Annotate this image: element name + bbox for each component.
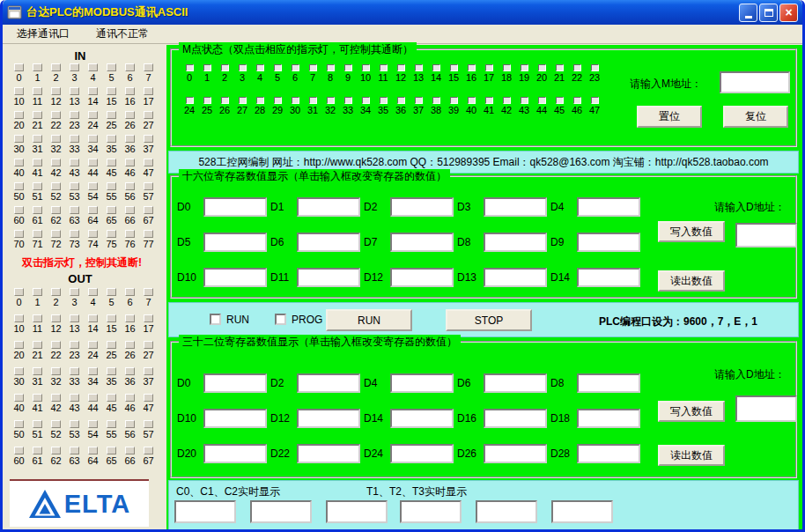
- indicator-light[interactable]: [33, 63, 42, 71]
- indicator-cell[interactable]: 20: [533, 64, 550, 97]
- indicator-light[interactable]: [432, 97, 440, 104]
- indicator-light[interactable]: [538, 97, 546, 104]
- indicator-cell[interactable]: 65: [102, 447, 121, 473]
- indicator-light[interactable]: [70, 420, 79, 428]
- register-value-input[interactable]: [390, 233, 454, 252]
- register-value-input[interactable]: [297, 373, 360, 393]
- indicator-light[interactable]: [51, 420, 61, 428]
- indicator-light[interactable]: [70, 206, 79, 214]
- register-value-input[interactable]: [484, 373, 547, 393]
- indicator-light[interactable]: [125, 159, 135, 166]
- indicator-light[interactable]: [51, 182, 61, 190]
- indicator-light[interactable]: [14, 135, 24, 143]
- indicator-light[interactable]: [485, 97, 493, 104]
- indicator-light[interactable]: [70, 159, 79, 166]
- indicator-light[interactable]: [125, 341, 135, 349]
- indicator-cell[interactable]: 44: [84, 159, 102, 182]
- indicator-light[interactable]: [415, 64, 423, 71]
- indicator-cell[interactable]: 31: [28, 367, 47, 394]
- indicator-cell[interactable]: 20: [10, 341, 28, 367]
- indicator-cell[interactable]: 71: [28, 230, 47, 254]
- indicator-light[interactable]: [327, 97, 335, 104]
- indicator-light[interactable]: [51, 87, 61, 95]
- indicator-cell[interactable]: 73: [65, 230, 84, 254]
- indicator-cell[interactable]: 34: [84, 135, 102, 159]
- timer-display[interactable]: [476, 500, 537, 523]
- indicator-cell[interactable]: 26: [121, 111, 139, 135]
- indicator-cell[interactable]: 37: [410, 97, 427, 129]
- indicator-light[interactable]: [144, 394, 153, 402]
- register-value-input[interactable]: [203, 197, 267, 217]
- reg32-write-button[interactable]: 写入数值: [658, 401, 725, 422]
- register-value-input[interactable]: [484, 233, 547, 252]
- indicator-light[interactable]: [51, 63, 61, 71]
- indicator-cell[interactable]: 43: [65, 159, 84, 182]
- indicator-light[interactable]: [468, 97, 476, 104]
- register-value-input[interactable]: [297, 233, 360, 252]
- indicator-cell[interactable]: 11: [28, 314, 47, 341]
- indicator-cell[interactable]: 36: [121, 367, 139, 394]
- indicator-cell[interactable]: 13: [410, 64, 427, 97]
- indicator-cell[interactable]: 26: [121, 341, 139, 367]
- indicator-light[interactable]: [362, 97, 370, 104]
- indicator-cell[interactable]: 77: [139, 230, 158, 254]
- indicator-light[interactable]: [88, 394, 98, 402]
- indicator-light[interactable]: [125, 135, 135, 143]
- indicator-cell[interactable]: 50: [10, 182, 28, 206]
- indicator-light[interactable]: [14, 63, 24, 71]
- indicator-light[interactable]: [70, 447, 79, 454]
- indicator-light[interactable]: [51, 288, 61, 296]
- indicator-light[interactable]: [556, 97, 564, 104]
- indicator-light[interactable]: [125, 288, 135, 296]
- indicator-cell[interactable]: 43: [65, 394, 84, 420]
- indicator-cell[interactable]: 10: [357, 64, 374, 97]
- indicator-cell[interactable]: 33: [339, 97, 357, 129]
- menu-item-select-comm-port[interactable]: 选择通讯口: [10, 25, 77, 43]
- indicator-cell[interactable]: 23: [65, 341, 84, 367]
- indicator-light[interactable]: [274, 97, 282, 104]
- indicator-cell[interactable]: 46: [568, 97, 586, 129]
- indicator-light[interactable]: [33, 87, 42, 95]
- indicator-light[interactable]: [556, 64, 564, 71]
- indicator-light[interactable]: [88, 288, 98, 296]
- indicator-light[interactable]: [107, 206, 116, 214]
- indicator-cell[interactable]: 11: [374, 64, 392, 97]
- indicator-cell[interactable]: 51: [28, 182, 47, 206]
- indicator-cell[interactable]: 40: [10, 159, 28, 182]
- indicator-light[interactable]: [107, 314, 116, 322]
- indicator-cell[interactable]: 16: [121, 87, 139, 111]
- indicator-light[interactable]: [107, 135, 116, 143]
- indicator-light[interactable]: [125, 63, 135, 71]
- indicator-light[interactable]: [144, 288, 153, 296]
- indicator-light[interactable]: [70, 314, 79, 322]
- indicator-light[interactable]: [70, 87, 79, 95]
- maximize-button[interactable]: [759, 4, 778, 22]
- indicator-light[interactable]: [144, 111, 153, 119]
- indicator-cell[interactable]: 61: [28, 206, 47, 230]
- register-value-input[interactable]: [577, 268, 640, 287]
- indicator-light[interactable]: [88, 420, 98, 428]
- indicator-light[interactable]: [14, 87, 24, 95]
- indicator-light[interactable]: [14, 420, 24, 428]
- indicator-light[interactable]: [107, 341, 116, 349]
- indicator-light[interactable]: [107, 230, 116, 238]
- timer-display[interactable]: [400, 500, 462, 523]
- indicator-light[interactable]: [144, 420, 153, 428]
- indicator-cell[interactable]: 4: [84, 288, 102, 314]
- indicator-light[interactable]: [144, 447, 153, 454]
- indicator-light[interactable]: [70, 341, 79, 349]
- indicator-cell[interactable]: 50: [10, 420, 28, 447]
- indicator-light[interactable]: [88, 230, 98, 238]
- indicator-cell[interactable]: 22: [568, 64, 586, 97]
- indicator-cell[interactable]: 37: [139, 135, 158, 159]
- indicator-cell[interactable]: 15: [102, 314, 121, 341]
- indicator-light[interactable]: [107, 420, 116, 428]
- indicator-cell[interactable]: 3: [65, 288, 84, 314]
- indicator-cell[interactable]: 14: [84, 314, 102, 341]
- indicator-light[interactable]: [14, 182, 24, 190]
- indicator-cell[interactable]: 33: [65, 135, 84, 159]
- m-address-input[interactable]: [720, 71, 790, 93]
- indicator-light[interactable]: [70, 63, 79, 71]
- indicator-cell[interactable]: 45: [102, 159, 121, 182]
- indicator-cell[interactable]: 47: [139, 394, 158, 420]
